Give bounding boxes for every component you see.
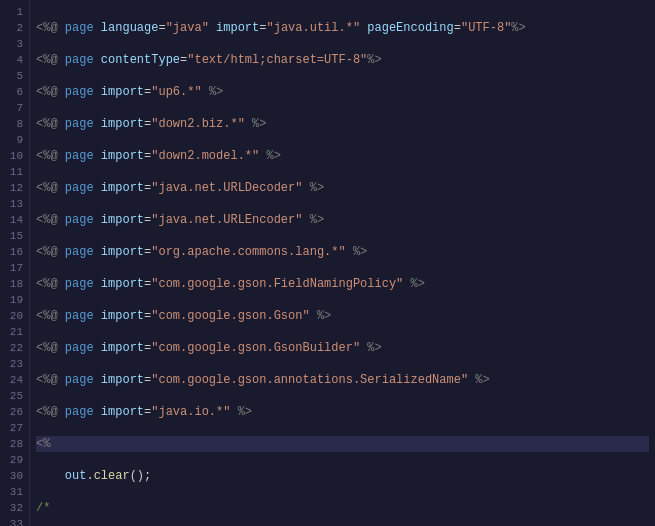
code-line-10: <%@ page import="com.google.gson.Gson" %… bbox=[36, 308, 649, 324]
code-line-2: <%@ page contentType="text/html;charset=… bbox=[36, 52, 649, 68]
code-container: 12345 678910 1112131415 1617181920 21222… bbox=[0, 0, 655, 526]
code-line-12: <%@ page import="com.google.gson.annotat… bbox=[36, 372, 649, 388]
code-line-4: <%@ page import="down2.biz.*" %> bbox=[36, 116, 649, 132]
code-line-1: <%@ page language="java" import="java.ut… bbox=[36, 20, 649, 36]
code-line-9: <%@ page import="com.google.gson.FieldNa… bbox=[36, 276, 649, 292]
code-line-7: <%@ page import="java.net.URLEncoder" %> bbox=[36, 212, 649, 228]
code-line-13: <%@ page import="java.io.*" %> bbox=[36, 404, 649, 420]
code-line-14: <% bbox=[36, 436, 649, 452]
line-numbers: 12345 678910 1112131415 1617181920 21222… bbox=[0, 0, 30, 526]
code-line-3: <%@ page import="up6.*" %> bbox=[36, 84, 649, 100]
code-line-15: out.clear(); bbox=[36, 468, 649, 484]
code-content[interactable]: <%@ page language="java" import="java.ut… bbox=[30, 0, 655, 526]
code-line-16: /* bbox=[36, 500, 649, 516]
code-line-11: <%@ page import="com.google.gson.GsonBui… bbox=[36, 340, 649, 356]
code-editor: 12345 678910 1112131415 1617181920 21222… bbox=[0, 0, 655, 526]
code-line-5: <%@ page import="down2.model.*" %> bbox=[36, 148, 649, 164]
code-line-8: <%@ page import="org.apache.commons.lang… bbox=[36, 244, 649, 260]
code-line-6: <%@ page import="java.net.URLDecoder" %> bbox=[36, 180, 649, 196]
